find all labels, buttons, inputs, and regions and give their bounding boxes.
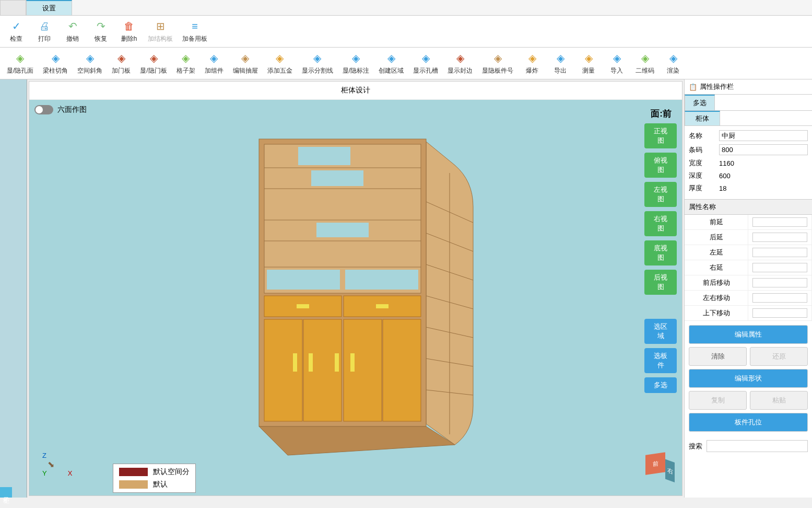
tool-显示封边[interactable]: ◈显示封边	[443, 50, 477, 76]
view-btn-左视图[interactable]: 左视图	[644, 182, 677, 207]
select-btn-选区域[interactable]: 选区域	[644, 319, 677, 344]
legend-row: 默认	[115, 478, 194, 491]
generic-icon: ◈	[581, 51, 596, 65]
tool-格子架[interactable]: ◈格子架	[172, 50, 199, 76]
edit-attributes-button[interactable]: 编辑属性	[689, 325, 808, 344]
tool-梁柱切角[interactable]: ◈梁柱切角	[39, 50, 72, 76]
edit-shape-button[interactable]: 编辑形状	[689, 369, 808, 388]
search-label: 搜索	[689, 442, 702, 451]
plate-hole-position-button[interactable]: 板件孔位	[689, 413, 808, 432]
prop-barcode-input[interactable]	[719, 144, 808, 155]
undo-icon: ↶	[65, 19, 80, 33]
tool-删除h[interactable]: 🗑删除h	[115, 18, 143, 44]
attr-input-左右移动[interactable]	[752, 293, 807, 303]
view-btn-后视图[interactable]: 后视图	[644, 270, 677, 295]
generic-icon: ◈	[206, 51, 222, 65]
six-face-label: 六面作图	[57, 105, 87, 114]
viewport-3d[interactable]: 六面作图 面:前 正视图俯视图左视图右视图底视图后视图选区域选板件多选	[29, 100, 682, 495]
attr-row-右延: 右延	[685, 260, 812, 275]
svg-rect-11	[311, 170, 363, 186]
panel-sub-tabs: 柜体	[685, 111, 812, 126]
view-btn-底视图[interactable]: 底视图	[644, 240, 677, 265]
attr-label: 前延	[685, 215, 748, 229]
tool-显/隐孔面[interactable]: ◈显/隐孔面	[3, 50, 38, 76]
tool-加结构板[interactable]: ⊞加结构板	[144, 18, 177, 44]
attr-label: 上下移动	[685, 306, 748, 320]
prop-name-input[interactable]	[719, 130, 808, 141]
tool-导入[interactable]: ◈导入	[603, 50, 630, 76]
left-tab-cabinet[interactable]: 柜子	[0, 487, 12, 498]
cube-orientation-gizmo[interactable]: 前 右	[645, 454, 669, 477]
tool-检查[interactable]: ✓检查	[3, 18, 30, 44]
tool-加组件[interactable]: ◈加组件	[201, 50, 228, 76]
attr-input-前后移动[interactable]	[752, 278, 807, 287]
six-face-toggle[interactable]	[34, 105, 53, 114]
svg-rect-26	[344, 319, 382, 421]
attr-row-后延: 后延	[685, 230, 812, 245]
stack-icon: ≡	[187, 19, 203, 33]
view-btn-右视图[interactable]: 右视图	[644, 211, 677, 236]
restore-button[interactable]: 还原	[750, 347, 808, 366]
left-sidebar: 柜子	[0, 79, 27, 498]
select-btn-多选[interactable]: 多选	[644, 377, 677, 393]
attr-input-左延[interactable]	[752, 248, 807, 257]
clear-button[interactable]: 清除	[689, 347, 747, 366]
tab-multi-select[interactable]: 多选	[685, 95, 715, 110]
svg-rect-28	[293, 353, 297, 372]
tab-cabinet-body[interactable]: 柜体	[685, 111, 720, 125]
attr-section-header: 属性名称	[685, 199, 812, 215]
tool-恢复[interactable]: ↷恢复	[87, 18, 114, 44]
tool-测量[interactable]: ◈测量	[575, 50, 602, 76]
tool-显隐板件号[interactable]: ◈显隐板件号	[478, 50, 517, 76]
grid-icon: ⊞	[152, 19, 168, 33]
attr-row-上下移动: 上下移动	[685, 306, 812, 321]
tool-加备用板[interactable]: ≡加备用板	[178, 18, 211, 44]
tool-添加五金[interactable]: ◈添加五金	[263, 50, 297, 76]
search-input[interactable]	[707, 440, 808, 452]
generic-icon: ◈	[272, 51, 288, 65]
view-btn-俯视图[interactable]: 俯视图	[644, 153, 677, 178]
menu-tab-settings[interactable]: 设置	[26, 0, 72, 15]
menu-bar: 设置	[0, 0, 812, 16]
cabinet-3d-model[interactable]	[249, 134, 489, 458]
prop-thickness-label: 厚度	[689, 183, 715, 193]
generic-icon: ◈	[48, 51, 63, 65]
svg-rect-18	[267, 270, 340, 290]
legend-label: 默认	[153, 480, 168, 489]
view-btn-正视图[interactable]: 正视图	[644, 123, 677, 148]
tool-显示孔槽[interactable]: ◈显示孔槽	[409, 50, 442, 76]
attr-row-左右移动: 左右移动	[685, 291, 812, 306]
tool-导出[interactable]: ◈导出	[547, 50, 574, 76]
tool-显示分割线[interactable]: ◈显示分割线	[298, 50, 337, 76]
tool-空间斜角[interactable]: ◈空间斜角	[73, 50, 107, 76]
svg-rect-15	[316, 223, 369, 237]
tool-显/隐门板[interactable]: ◈显/隐门板	[136, 50, 171, 76]
generic-icon: ◈	[524, 51, 540, 65]
print-icon: 🖨	[37, 19, 52, 33]
tool-显/隐标注[interactable]: ◈显/隐标注	[338, 50, 373, 76]
tool-爆炸[interactable]: ◈爆炸	[519, 50, 546, 76]
attr-input-上下移动[interactable]	[752, 308, 807, 318]
tool-二维码[interactable]: ◈二维码	[631, 50, 658, 76]
generic-icon: ◈	[452, 51, 468, 65]
attr-input-右延[interactable]	[752, 263, 807, 272]
tool-撤销[interactable]: ↶撤销	[59, 18, 86, 44]
attr-label: 后延	[685, 230, 748, 245]
svg-rect-10	[298, 147, 350, 165]
tool-渲染[interactable]: ◈渲染	[660, 50, 687, 76]
menu-tab-blank[interactable]	[0, 0, 26, 15]
select-btn-选板件[interactable]: 选板件	[644, 348, 677, 373]
paste-button[interactable]: 粘贴	[750, 391, 808, 410]
axis-gizmo: Z ⬊ Y X	[42, 452, 72, 477]
tool-加门板[interactable]: ◈加门板	[108, 50, 135, 76]
tool-创建区域[interactable]: ◈创建区域	[374, 50, 408, 76]
svg-rect-19	[345, 270, 418, 290]
six-face-toggle-wrap: 六面作图	[34, 105, 87, 114]
attr-input-后延[interactable]	[752, 233, 807, 242]
attr-input-前延[interactable]	[752, 217, 807, 227]
copy-button[interactable]: 复制	[689, 391, 747, 410]
material-legend: 默认空间分默认	[113, 464, 196, 493]
tool-打印[interactable]: 🖨打印	[31, 18, 58, 44]
generic-icon: ◈	[665, 51, 681, 65]
tool-编辑抽屉[interactable]: ◈编辑抽屉	[229, 50, 262, 76]
